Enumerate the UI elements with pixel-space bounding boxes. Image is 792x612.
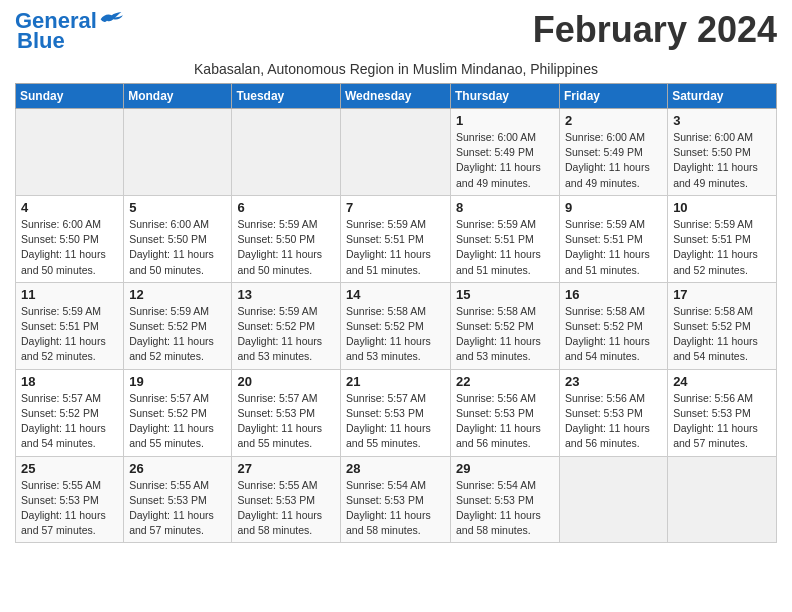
day-info: Sunrise: 5:59 AM Sunset: 5:51 PM Dayligh… (456, 217, 554, 278)
calendar-cell: 15Sunrise: 5:58 AM Sunset: 5:52 PM Dayli… (451, 282, 560, 369)
day-info: Sunrise: 5:59 AM Sunset: 5:50 PM Dayligh… (237, 217, 335, 278)
day-info: Sunrise: 6:00 AM Sunset: 5:50 PM Dayligh… (129, 217, 226, 278)
day-number: 5 (129, 200, 226, 215)
day-number: 17 (673, 287, 771, 302)
week-row-2: 4Sunrise: 6:00 AM Sunset: 5:50 PM Daylig… (16, 195, 777, 282)
calendar-cell: 11Sunrise: 5:59 AM Sunset: 5:51 PM Dayli… (16, 282, 124, 369)
day-header-saturday: Saturday (668, 84, 777, 109)
calendar-cell: 5Sunrise: 6:00 AM Sunset: 5:50 PM Daylig… (124, 195, 232, 282)
day-info: Sunrise: 6:00 AM Sunset: 5:50 PM Dayligh… (673, 130, 771, 191)
day-info: Sunrise: 6:00 AM Sunset: 5:49 PM Dayligh… (456, 130, 554, 191)
day-info: Sunrise: 5:59 AM Sunset: 5:51 PM Dayligh… (21, 304, 118, 365)
day-number: 12 (129, 287, 226, 302)
day-info: Sunrise: 5:56 AM Sunset: 5:53 PM Dayligh… (565, 391, 662, 452)
day-info: Sunrise: 5:57 AM Sunset: 5:53 PM Dayligh… (237, 391, 335, 452)
day-info: Sunrise: 6:00 AM Sunset: 5:49 PM Dayligh… (565, 130, 662, 191)
logo: General Blue (15, 10, 123, 54)
calendar-cell: 28Sunrise: 5:54 AM Sunset: 5:53 PM Dayli… (341, 456, 451, 543)
calendar-cell: 19Sunrise: 5:57 AM Sunset: 5:52 PM Dayli… (124, 369, 232, 456)
day-number: 14 (346, 287, 445, 302)
calendar-cell: 18Sunrise: 5:57 AM Sunset: 5:52 PM Dayli… (16, 369, 124, 456)
calendar-cell: 17Sunrise: 5:58 AM Sunset: 5:52 PM Dayli… (668, 282, 777, 369)
day-header-wednesday: Wednesday (341, 84, 451, 109)
calendar-cell: 27Sunrise: 5:55 AM Sunset: 5:53 PM Dayli… (232, 456, 341, 543)
day-number: 18 (21, 374, 118, 389)
day-info: Sunrise: 5:59 AM Sunset: 5:52 PM Dayligh… (129, 304, 226, 365)
day-info: Sunrise: 5:55 AM Sunset: 5:53 PM Dayligh… (21, 478, 118, 539)
day-number: 2 (565, 113, 662, 128)
calendar-cell: 14Sunrise: 5:58 AM Sunset: 5:52 PM Dayli… (341, 282, 451, 369)
day-number: 8 (456, 200, 554, 215)
day-number: 28 (346, 461, 445, 476)
day-info: Sunrise: 5:56 AM Sunset: 5:53 PM Dayligh… (673, 391, 771, 452)
month-title: February 2024 (533, 10, 777, 50)
calendar-cell: 3Sunrise: 6:00 AM Sunset: 5:50 PM Daylig… (668, 109, 777, 196)
calendar-cell: 10Sunrise: 5:59 AM Sunset: 5:51 PM Dayli… (668, 195, 777, 282)
day-info: Sunrise: 5:58 AM Sunset: 5:52 PM Dayligh… (456, 304, 554, 365)
day-info: Sunrise: 5:55 AM Sunset: 5:53 PM Dayligh… (129, 478, 226, 539)
calendar-table: SundayMondayTuesdayWednesdayThursdayFrid… (15, 83, 777, 543)
calendar-cell: 8Sunrise: 5:59 AM Sunset: 5:51 PM Daylig… (451, 195, 560, 282)
calendar-cell: 24Sunrise: 5:56 AM Sunset: 5:53 PM Dayli… (668, 369, 777, 456)
day-number: 13 (237, 287, 335, 302)
day-header-friday: Friday (560, 84, 668, 109)
day-header-thursday: Thursday (451, 84, 560, 109)
day-number: 7 (346, 200, 445, 215)
calendar-cell (124, 109, 232, 196)
calendar-cell: 13Sunrise: 5:59 AM Sunset: 5:52 PM Dayli… (232, 282, 341, 369)
week-row-5: 25Sunrise: 5:55 AM Sunset: 5:53 PM Dayli… (16, 456, 777, 543)
day-info: Sunrise: 5:56 AM Sunset: 5:53 PM Dayligh… (456, 391, 554, 452)
day-info: Sunrise: 5:57 AM Sunset: 5:52 PM Dayligh… (21, 391, 118, 452)
calendar-cell: 12Sunrise: 5:59 AM Sunset: 5:52 PM Dayli… (124, 282, 232, 369)
day-info: Sunrise: 6:00 AM Sunset: 5:50 PM Dayligh… (21, 217, 118, 278)
day-number: 9 (565, 200, 662, 215)
calendar-cell: 29Sunrise: 5:54 AM Sunset: 5:53 PM Dayli… (451, 456, 560, 543)
week-row-4: 18Sunrise: 5:57 AM Sunset: 5:52 PM Dayli… (16, 369, 777, 456)
day-number: 3 (673, 113, 771, 128)
calendar-cell: 21Sunrise: 5:57 AM Sunset: 5:53 PM Dayli… (341, 369, 451, 456)
day-info: Sunrise: 5:54 AM Sunset: 5:53 PM Dayligh… (346, 478, 445, 539)
day-header-sunday: Sunday (16, 84, 124, 109)
day-number: 6 (237, 200, 335, 215)
calendar-cell (668, 456, 777, 543)
day-number: 22 (456, 374, 554, 389)
title-section: February 2024 (533, 10, 777, 50)
day-info: Sunrise: 5:59 AM Sunset: 5:51 PM Dayligh… (673, 217, 771, 278)
day-number: 20 (237, 374, 335, 389)
day-info: Sunrise: 5:58 AM Sunset: 5:52 PM Dayligh… (673, 304, 771, 365)
day-number: 19 (129, 374, 226, 389)
day-number: 27 (237, 461, 335, 476)
day-info: Sunrise: 5:59 AM Sunset: 5:52 PM Dayligh… (237, 304, 335, 365)
day-info: Sunrise: 5:57 AM Sunset: 5:52 PM Dayligh… (129, 391, 226, 452)
logo-bird-icon (99, 10, 123, 30)
day-number: 24 (673, 374, 771, 389)
day-info: Sunrise: 5:59 AM Sunset: 5:51 PM Dayligh… (565, 217, 662, 278)
calendar-cell: 6Sunrise: 5:59 AM Sunset: 5:50 PM Daylig… (232, 195, 341, 282)
calendar-cell: 25Sunrise: 5:55 AM Sunset: 5:53 PM Dayli… (16, 456, 124, 543)
calendar-body: 1Sunrise: 6:00 AM Sunset: 5:49 PM Daylig… (16, 109, 777, 543)
calendar-cell: 7Sunrise: 5:59 AM Sunset: 5:51 PM Daylig… (341, 195, 451, 282)
day-info: Sunrise: 5:55 AM Sunset: 5:53 PM Dayligh… (237, 478, 335, 539)
calendar-cell: 26Sunrise: 5:55 AM Sunset: 5:53 PM Dayli… (124, 456, 232, 543)
calendar-header-row: SundayMondayTuesdayWednesdayThursdayFrid… (16, 84, 777, 109)
day-number: 4 (21, 200, 118, 215)
day-number: 16 (565, 287, 662, 302)
day-info: Sunrise: 5:59 AM Sunset: 5:51 PM Dayligh… (346, 217, 445, 278)
day-info: Sunrise: 5:58 AM Sunset: 5:52 PM Dayligh… (346, 304, 445, 365)
calendar-cell: 16Sunrise: 5:58 AM Sunset: 5:52 PM Dayli… (560, 282, 668, 369)
calendar-cell (560, 456, 668, 543)
calendar-cell (16, 109, 124, 196)
day-info: Sunrise: 5:58 AM Sunset: 5:52 PM Dayligh… (565, 304, 662, 365)
day-info: Sunrise: 5:57 AM Sunset: 5:53 PM Dayligh… (346, 391, 445, 452)
day-number: 1 (456, 113, 554, 128)
day-number: 10 (673, 200, 771, 215)
day-number: 11 (21, 287, 118, 302)
calendar-cell: 1Sunrise: 6:00 AM Sunset: 5:49 PM Daylig… (451, 109, 560, 196)
calendar-cell: 9Sunrise: 5:59 AM Sunset: 5:51 PM Daylig… (560, 195, 668, 282)
day-number: 15 (456, 287, 554, 302)
week-row-3: 11Sunrise: 5:59 AM Sunset: 5:51 PM Dayli… (16, 282, 777, 369)
day-number: 23 (565, 374, 662, 389)
day-number: 26 (129, 461, 226, 476)
location-subtitle: Kabasalan, Autonomous Region in Muslim M… (15, 61, 777, 77)
calendar-cell: 2Sunrise: 6:00 AM Sunset: 5:49 PM Daylig… (560, 109, 668, 196)
